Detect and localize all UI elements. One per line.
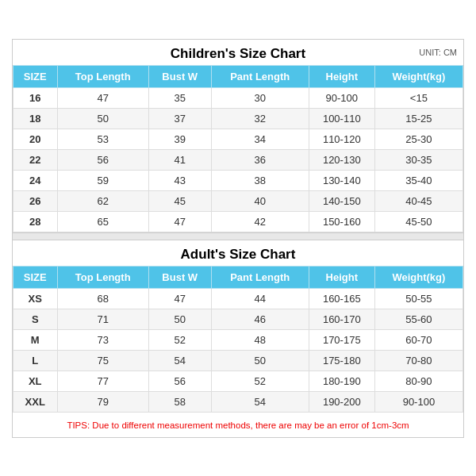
- table-row: 28654742150-16045-50: [13, 211, 463, 232]
- table-cell: 43: [148, 170, 211, 190]
- table-cell: 18: [13, 108, 58, 129]
- table-cell: S: [13, 309, 58, 329]
- adults-col-toplength: Top Length: [57, 266, 148, 288]
- table-cell: 45: [148, 190, 211, 211]
- table-cell: 71: [57, 309, 148, 329]
- table-cell: 130-140: [309, 170, 374, 190]
- table-cell: 16: [13, 87, 58, 108]
- table-cell: 28: [13, 211, 58, 232]
- table-cell: 58: [148, 391, 211, 412]
- table-cell: 50: [57, 108, 148, 129]
- table-cell: 52: [211, 370, 309, 391]
- table-cell: 48: [211, 329, 309, 350]
- table-cell: 160-165: [309, 288, 374, 309]
- table-cell: 50: [148, 309, 211, 329]
- children-col-bustw: Bust W: [148, 65, 211, 87]
- table-cell: 30-35: [374, 149, 463, 170]
- table-cell: 175-180: [309, 350, 374, 370]
- table-cell: L: [13, 350, 58, 370]
- table-cell: 140-150: [309, 190, 374, 211]
- table-cell: 50-55: [374, 288, 463, 309]
- table-cell: XL: [13, 370, 58, 391]
- tips-row: TIPS: Due to different measurement metho…: [13, 413, 463, 437]
- table-cell: 110-120: [309, 129, 374, 149]
- table-cell: 56: [57, 149, 148, 170]
- children-title-row: Children's Size Chart UNIT: CM: [13, 40, 463, 65]
- table-cell: 25-30: [374, 129, 463, 149]
- children-col-height: Height: [309, 65, 374, 87]
- table-cell: XXL: [13, 391, 58, 412]
- table-cell: 22: [13, 149, 58, 170]
- children-thead: SIZE Top Length Bust W Pant Length Heigh…: [13, 65, 463, 87]
- adults-col-height: Height: [309, 266, 374, 288]
- children-header-row: SIZE Top Length Bust W Pant Length Heigh…: [13, 65, 463, 87]
- table-cell: <15: [374, 87, 463, 108]
- children-table: SIZE Top Length Bust W Pant Length Heigh…: [13, 65, 463, 232]
- table-cell: 46: [211, 309, 309, 329]
- unit-label: UNIT: CM: [419, 48, 457, 57]
- table-cell: 54: [211, 391, 309, 412]
- table-cell: 15-25: [374, 108, 463, 129]
- table-cell: 41: [148, 149, 211, 170]
- table-cell: 53: [57, 129, 148, 149]
- table-cell: 120-130: [309, 149, 374, 170]
- table-cell: 47: [57, 87, 148, 108]
- table-cell: 50: [211, 350, 309, 370]
- children-title: Children's Size Chart: [171, 46, 305, 61]
- table-cell: 150-160: [309, 211, 374, 232]
- table-cell: 75: [57, 350, 148, 370]
- tips-text: TIPS: Due to different measurement metho…: [67, 420, 409, 430]
- table-cell: M: [13, 329, 58, 350]
- table-row: 20533934110-12025-30: [13, 129, 463, 149]
- table-cell: 42: [211, 211, 309, 232]
- table-row: M735248170-17560-70: [13, 329, 463, 350]
- table-cell: 32: [211, 108, 309, 129]
- table-row: S715046160-17055-60: [13, 309, 463, 329]
- table-cell: 190-200: [309, 391, 374, 412]
- table-cell: 60-70: [374, 329, 463, 350]
- table-cell: 35: [148, 87, 211, 108]
- table-cell: 35-40: [374, 170, 463, 190]
- table-row: 18503732100-11015-25: [13, 108, 463, 129]
- table-cell: 90-100: [374, 391, 463, 412]
- adults-thead: SIZE Top Length Bust W Pant Length Heigh…: [13, 266, 463, 288]
- table-cell: 52: [148, 329, 211, 350]
- chart-container: Children's Size Chart UNIT: CM SIZE Top …: [12, 39, 464, 438]
- adults-header-row: SIZE Top Length Bust W Pant Length Heigh…: [13, 266, 463, 288]
- table-row: 22564136120-13030-35: [13, 149, 463, 170]
- table-cell: 40-45: [374, 190, 463, 211]
- table-cell: 55-60: [374, 309, 463, 329]
- table-cell: 73: [57, 329, 148, 350]
- table-row: XXL795854190-20090-100: [13, 391, 463, 412]
- table-cell: 56: [148, 370, 211, 391]
- adults-title: Adult's Size Chart: [181, 247, 296, 262]
- table-cell: 45-50: [374, 211, 463, 232]
- table-cell: 39: [148, 129, 211, 149]
- table-cell: 62: [57, 190, 148, 211]
- table-cell: 65: [57, 211, 148, 232]
- table-cell: 70-80: [374, 350, 463, 370]
- children-tbody: 1647353090-100<1518503732100-11015-25205…: [13, 87, 463, 232]
- adults-col-size: SIZE: [13, 266, 58, 288]
- adults-tbody: XS684744160-16550-55S715046160-17055-60M…: [13, 288, 463, 412]
- children-col-toplength: Top Length: [57, 65, 148, 87]
- children-col-weight: Weight(kg): [374, 65, 463, 87]
- table-cell: 77: [57, 370, 148, 391]
- table-cell: 47: [148, 211, 211, 232]
- table-cell: 40: [211, 190, 309, 211]
- table-cell: 79: [57, 391, 148, 412]
- table-cell: 160-170: [309, 309, 374, 329]
- divider: [13, 232, 463, 240]
- adults-col-pantlength: Pant Length: [211, 266, 309, 288]
- table-cell: 38: [211, 170, 309, 190]
- adults-title-row: Adult's Size Chart: [13, 240, 463, 266]
- table-cell: 24: [13, 170, 58, 190]
- table-row: XL775652180-19080-90: [13, 370, 463, 391]
- table-cell: 80-90: [374, 370, 463, 391]
- table-cell: 37: [148, 108, 211, 129]
- table-cell: 68: [57, 288, 148, 309]
- table-cell: 20: [13, 129, 58, 149]
- table-cell: 36: [211, 149, 309, 170]
- table-row: 24594338130-14035-40: [13, 170, 463, 190]
- table-cell: 34: [211, 129, 309, 149]
